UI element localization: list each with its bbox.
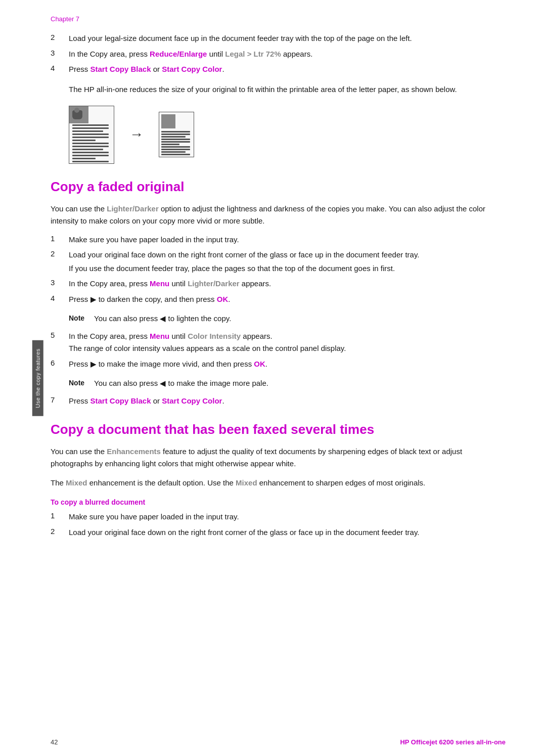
doc-line bbox=[72, 134, 109, 135]
highlighted-term: Start Copy Black bbox=[90, 396, 151, 405]
step-number: 3 bbox=[51, 49, 69, 60]
step-text: In the Copy area, press Reduce/Enlarge u… bbox=[69, 49, 506, 60]
tiger-icon bbox=[69, 106, 88, 123]
highlighted-term: Start Copy Color bbox=[162, 65, 222, 73]
step-number: 2 bbox=[51, 527, 69, 539]
step-text: Press Start Copy Black or Start Copy Col… bbox=[69, 64, 506, 75]
doc-line bbox=[72, 149, 103, 150]
step-item: 4 Press ▶ to darken the copy, and then p… bbox=[51, 294, 506, 305]
section2-heading: Copy a document that has been faxed seve… bbox=[51, 422, 506, 437]
intro-body-text: The HP all-in-one reduces the size of yo… bbox=[69, 83, 506, 96]
section1-body: You can use the Lighter/Darker option to… bbox=[51, 203, 506, 227]
document-lines-small bbox=[159, 130, 194, 157]
page-number: 42 bbox=[51, 738, 58, 746]
doc-line bbox=[161, 151, 186, 153]
note-text: You can also press ◀ to make the image m… bbox=[94, 378, 268, 389]
step-item: 1 Make sure you have paper loaded in the… bbox=[51, 511, 506, 523]
step-number: 1 bbox=[51, 511, 69, 523]
step-text: Make sure you have paper loaded in the i… bbox=[69, 511, 506, 523]
step-number: 2 bbox=[51, 249, 69, 274]
step-number: 6 bbox=[51, 359, 69, 370]
step-text: Load your original face down on the righ… bbox=[69, 527, 506, 539]
lighter-darker-term: Lighter/Darker bbox=[107, 204, 159, 213]
doc-line bbox=[72, 137, 109, 138]
diagram-area: → bbox=[69, 106, 506, 164]
mixed-term: Mixed bbox=[66, 478, 87, 487]
section1-steps: 1 Make sure you have paper loaded in the… bbox=[51, 234, 506, 305]
section1-step7: 7 Press Start Copy Black or Start Copy C… bbox=[51, 395, 506, 407]
page-footer: 42 HP Officejet 6200 series all-in-one bbox=[51, 738, 506, 746]
doc-line bbox=[72, 124, 109, 126]
step-item: 6 Press ▶ to make the image more vivid, … bbox=[51, 359, 506, 370]
original-document-diagram bbox=[69, 106, 114, 164]
document-lines bbox=[69, 123, 114, 163]
doc-line bbox=[72, 130, 103, 132]
step-item: 3 In the Copy area, press Reduce/Enlarge… bbox=[51, 49, 506, 60]
step-item: 2 Load your original face down on the ri… bbox=[51, 249, 506, 274]
note-label: Note bbox=[69, 378, 89, 389]
section1-heading: Copy a faded original bbox=[51, 179, 506, 195]
step-number: 2 bbox=[51, 33, 69, 45]
doc-line bbox=[72, 140, 96, 141]
step-number: 3 bbox=[51, 278, 69, 290]
step-item: 1 Make sure you have paper loaded in the… bbox=[51, 234, 506, 246]
product-name: HP Officejet 6200 series all-in-one bbox=[400, 738, 506, 746]
step-text: Press ▶ to darken the copy, and then pre… bbox=[69, 294, 506, 305]
step-number: 4 bbox=[51, 64, 69, 75]
step-text: Load your original face down on the righ… bbox=[69, 249, 506, 274]
highlighted-term: Reduce/Enlarge bbox=[150, 50, 207, 58]
step-text: In the Copy area, press Menu until Color… bbox=[69, 331, 506, 354]
highlighted-term: Menu bbox=[150, 332, 169, 340]
step-text: Press ▶ to make the image more vivid, an… bbox=[69, 359, 506, 370]
step-number: 7 bbox=[51, 395, 69, 407]
doc-line bbox=[72, 143, 109, 144]
doc-line bbox=[72, 127, 109, 129]
step-item: 5 In the Copy area, press Menu until Col… bbox=[51, 331, 506, 354]
section2-steps: 1 Make sure you have paper loaded in the… bbox=[51, 511, 506, 538]
step-item: 2 Load your original face down on the ri… bbox=[51, 527, 506, 539]
highlighted-term: Legal > Ltr 72% bbox=[225, 50, 281, 58]
reduced-document-diagram bbox=[159, 112, 194, 157]
chapter-label: Chapter 7 bbox=[51, 15, 506, 23]
doc-line bbox=[72, 146, 109, 147]
doc-line bbox=[161, 136, 186, 138]
doc-line bbox=[72, 158, 96, 159]
note-block-1: Note You can also press ◀ to lighten the… bbox=[69, 313, 506, 325]
doc-line bbox=[161, 131, 190, 132]
doc-line bbox=[72, 152, 109, 153]
intro-steps: 2 Load your legal-size document face up … bbox=[51, 33, 506, 75]
subheading-blurred-document: To copy a blurred document bbox=[51, 498, 506, 506]
doc-line bbox=[161, 154, 190, 155]
section2-body2: The Mixed enhancement is the default opt… bbox=[51, 477, 506, 489]
mixed-term-2: Mixed bbox=[236, 478, 257, 487]
step-item: 7 Press Start Copy Black or Start Copy C… bbox=[51, 395, 506, 407]
note-block-2: Note You can also press ◀ to make the im… bbox=[69, 378, 506, 389]
highlighted-term: OK bbox=[217, 295, 229, 303]
highlighted-term: Lighter/Darker bbox=[188, 279, 240, 288]
arrow-right-icon: → bbox=[129, 126, 144, 143]
highlighted-term: Menu bbox=[150, 279, 169, 288]
step-text: Make sure you have paper loaded in the i… bbox=[69, 234, 506, 246]
doc-line bbox=[161, 149, 190, 150]
doc-line bbox=[72, 155, 109, 156]
step-item: 2 Load your legal-size document face up … bbox=[51, 33, 506, 45]
tiger-small-icon bbox=[161, 114, 175, 128]
section1-steps-2: 5 In the Copy area, press Menu until Col… bbox=[51, 331, 506, 370]
step-text: Press Start Copy Black or Start Copy Col… bbox=[69, 395, 506, 407]
step-text: Load your legal-size document face up in… bbox=[69, 33, 506, 45]
step-item: 4 Press Start Copy Black or Start Copy C… bbox=[51, 64, 506, 75]
highlighted-term: OK bbox=[254, 360, 265, 368]
highlighted-term: Start Copy Black bbox=[90, 65, 151, 73]
doc-line bbox=[161, 134, 190, 135]
step-number: 4 bbox=[51, 294, 69, 305]
doc-line bbox=[161, 139, 190, 140]
note-text: You can also press ◀ to lighten the copy… bbox=[94, 313, 231, 325]
enhancements-term: Enhancements bbox=[107, 447, 161, 456]
doc-line bbox=[161, 141, 190, 143]
step-item: 3 In the Copy area, press Menu until Lig… bbox=[51, 278, 506, 290]
doc-line bbox=[161, 146, 190, 148]
doc-line bbox=[72, 161, 109, 162]
doc-line bbox=[161, 144, 179, 145]
note-label: Note bbox=[69, 313, 89, 325]
step-number: 5 bbox=[51, 331, 69, 354]
